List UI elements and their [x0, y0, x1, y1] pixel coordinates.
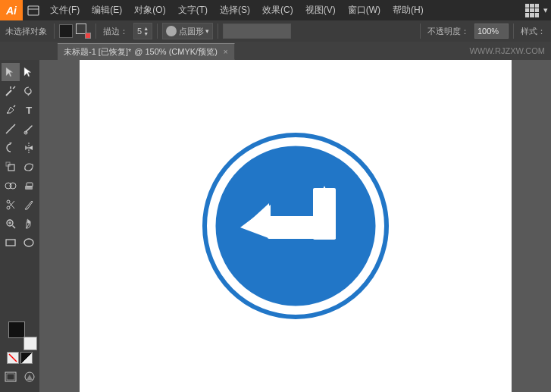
svg-line-7 [6, 124, 15, 133]
toolbar-sep-3 [157, 24, 158, 39]
tools-panel: T [0, 60, 39, 392]
shape-selector[interactable]: 点圆形 ▾ [162, 23, 213, 39]
svg-rect-41 [313, 216, 336, 239]
menu-help[interactable]: 帮助(H) [387, 0, 430, 20]
toolbar-sep-4 [218, 24, 218, 39]
selection-label: 未选择对象 [3, 26, 49, 37]
reflect-tool[interactable] [20, 139, 39, 157]
tab-info: @ 150% (CMYK/预览) [134, 46, 218, 58]
direct-select-tool[interactable] [20, 63, 39, 81]
svg-line-21 [12, 226, 15, 229]
svg-line-5 [28, 93, 30, 96]
tab-title: 未标题-1 [已恢复]* [64, 46, 131, 58]
document-tab[interactable]: 未标题-1 [已恢复]* @ 150% (CMYK/预览) × [58, 43, 235, 60]
toolbar-sep-6 [513, 24, 514, 39]
text-tool[interactable]: T [20, 101, 39, 119]
rect-ellipse-row [2, 234, 38, 252]
hand-tool[interactable] [20, 215, 39, 233]
svg-point-16 [7, 206, 10, 209]
dropdown-arrow-icon: ▾ [543, 5, 548, 15]
ellipse-tool[interactable] [20, 234, 39, 252]
svg-rect-24 [6, 240, 15, 246]
gradient-swatch[interactable] [20, 352, 33, 364]
line-tool[interactable] [2, 120, 20, 138]
foreground-swatch[interactable] [8, 321, 25, 338]
lasso-tool[interactable] [20, 82, 39, 100]
main-workspace: T [0, 60, 551, 392]
scale-tool[interactable] [2, 158, 20, 176]
svg-point-13 [10, 183, 16, 189]
artboard [80, 60, 512, 392]
fg-bg-swatches [8, 321, 31, 344]
tab-close-button[interactable]: × [224, 48, 228, 56]
svg-point-17 [7, 200, 10, 203]
style-label: 样式： [518, 26, 548, 37]
zoom-hand-row [2, 215, 38, 233]
workspace-switcher-icon[interactable] [525, 4, 539, 17]
menu-file[interactable]: 文件(F) [44, 0, 86, 20]
opacity-input[interactable] [474, 24, 509, 39]
pen-tool[interactable] [2, 101, 20, 119]
builder-eraser-row [2, 177, 38, 195]
stroke-spinbox[interactable]: 5 ▲▼ [133, 23, 152, 39]
toolbar-sep-1 [54, 24, 55, 39]
sign-container [201, 131, 390, 321]
svg-rect-0 [28, 6, 39, 15]
tab-bar: 未标题-1 [已恢复]* @ 150% (CMYK/预览) × WWW.RJZX… [0, 42, 551, 60]
fill-swatch[interactable] [59, 24, 73, 38]
rectangle-tool[interactable] [2, 234, 20, 252]
scissors-tool[interactable] [2, 196, 20, 214]
menu-edit[interactable]: 编辑(E) [86, 0, 128, 20]
app-logo: Ai [0, 0, 23, 20]
extra-bottom-tools [2, 368, 39, 389]
zoom-tool[interactable] [2, 215, 20, 233]
menu-effect[interactable]: 效果(C) [256, 0, 299, 20]
svg-line-4 [6, 90, 11, 96]
color-swatches-group [7, 321, 33, 367]
toolbar-right-icons: ▾ [525, 4, 548, 17]
menu-items: 文件(F) 编辑(E) 对象(O) 文字(T) 选择(S) 效果(C) 视图(V… [44, 0, 525, 20]
menu-object[interactable]: 对象(O) [128, 0, 171, 20]
watermark-text: WWW.RJZXW.COM [439, 42, 545, 60]
canvas-area[interactable] [39, 60, 551, 392]
change-screen-mode[interactable] [2, 368, 20, 386]
swatch-controls [7, 352, 33, 364]
svg-rect-10 [8, 165, 14, 171]
rotate-reflect-row [2, 139, 38, 157]
svg-point-25 [24, 239, 33, 246]
menu-select[interactable]: 选择(S) [214, 0, 256, 20]
wand-lasso-row [2, 82, 38, 100]
magic-wand-tool[interactable] [2, 82, 20, 100]
stroke-icon [76, 24, 91, 39]
knife-tool[interactable] [20, 196, 39, 214]
edit-in-standard-mode[interactable] [20, 368, 39, 386]
rotate-tool[interactable] [2, 139, 20, 157]
opacity-label: 不透明度： [425, 26, 471, 37]
selection-tools-row [2, 63, 38, 81]
line-brush-row [2, 120, 38, 138]
menu-window[interactable]: 窗口(W) [342, 0, 387, 20]
pen-text-row: T [2, 101, 38, 119]
eraser-tool[interactable] [20, 177, 39, 195]
style-preview [223, 24, 415, 39]
shape-swatch [166, 26, 177, 36]
svg-point-6 [7, 112, 8, 114]
menu-text[interactable]: 文字(T) [172, 0, 214, 20]
toolbar-sep-5 [420, 24, 421, 39]
selection-tool[interactable] [2, 63, 20, 81]
stroke-label: 描边： [101, 26, 130, 37]
background-swatch[interactable] [23, 337, 37, 350]
menu-bar: Ai 文件(F) 编辑(E) 对象(O) 文字(T) 选择(S) 效果(C) 视… [0, 0, 551, 20]
svg-line-26 [9, 354, 17, 362]
window-icon [23, 0, 44, 20]
screen-mode-row [2, 368, 39, 386]
turn-arrow [214, 144, 377, 308]
svg-line-3 [13, 86, 15, 89]
svg-rect-28 [7, 374, 14, 380]
shape-builder-tool[interactable] [2, 177, 20, 195]
menu-view[interactable]: 视图(V) [299, 0, 342, 20]
paintbrush-tool[interactable] [20, 120, 39, 138]
none-swatch[interactable] [7, 352, 19, 364]
scale-warp-row [2, 158, 38, 176]
warp-tool[interactable] [20, 158, 39, 176]
